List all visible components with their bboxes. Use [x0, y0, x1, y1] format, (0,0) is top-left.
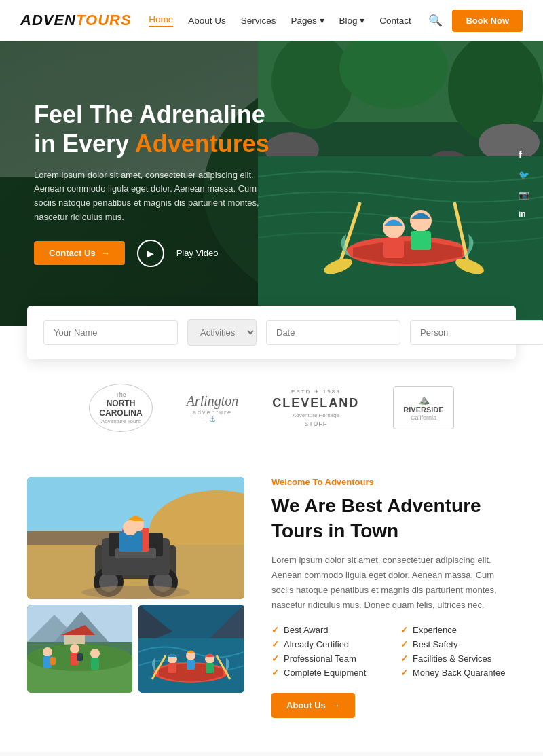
hero-content: Feel The Adrenaline in Every Adventures …	[0, 100, 312, 267]
features-list: ✓ Best Award ✓ Experience ✓ Already Cert…	[272, 625, 516, 678]
svg-rect-59	[187, 660, 195, 670]
svg-point-49	[90, 649, 100, 658]
contact-us-button[interactable]: Contact Us →	[34, 241, 125, 265]
play-video-button[interactable]: ▶	[137, 240, 164, 267]
arrow-icon: →	[101, 248, 110, 258]
about-us-button[interactable]: About Us →	[272, 693, 355, 718]
social-sidebar: f 🐦 📷 in	[519, 149, 529, 219]
cleveland-text: CLEVELAND	[272, 396, 359, 411]
navbar: ADVENTOURS Home About Us Services Pages …	[0, 0, 543, 41]
svg-rect-50	[91, 658, 99, 670]
feature-professional-team: ✓ Professional Team	[272, 653, 387, 664]
play-label: Play Video	[176, 248, 219, 258]
svg-rect-45	[50, 657, 56, 665]
partner-north-carolina: The NORTH CAROLINA Adventure Tours	[89, 384, 152, 432]
feature-experience: ✓ Experience	[400, 625, 516, 635]
cleveland-badge: ESTD ✈ 1989 CLEVELAND Adventure Heritage…	[272, 389, 359, 428]
about-content: Welcome To Adventours We Are Best Advent…	[272, 477, 516, 718]
search-icon[interactable]: 🔍	[428, 14, 443, 28]
activities-select[interactable]: Activities	[187, 319, 257, 346]
nav-services[interactable]: Services	[241, 16, 276, 26]
svg-point-34	[81, 586, 190, 599]
north-carolina-badge: The NORTH CAROLINA Adventure Tours	[89, 384, 152, 432]
hero-section: Feel The Adrenaline in Every Adventures …	[0, 41, 543, 326]
check-icon: ✓	[400, 668, 408, 678]
arlington-badge: Arlington adventure — ⚓ —	[187, 393, 239, 422]
instagram-icon[interactable]: 📷	[519, 190, 529, 200]
hero-actions: Contact Us → ▶ Play Video	[34, 240, 278, 267]
check-icon: ✓	[272, 653, 279, 664]
feature-equipment: ✓ Complete Equipment	[272, 668, 387, 678]
about-description: Lorem ipsum dolor sit amet, consectetuer…	[272, 553, 516, 613]
feature-best-safety: ✓ Best Safety	[400, 639, 516, 649]
about-images	[27, 477, 244, 693]
check-icon: ✓	[272, 625, 279, 635]
logo-part1: ADVEN	[20, 12, 76, 29]
search-bar: Activities Book Now	[27, 306, 516, 359]
about-title: We Are Best Adventure Tours in Town	[272, 494, 516, 543]
stats-section: 99% Service Guarantee 287+ Happy Custome…	[0, 752, 543, 756]
check-icon: ✓	[400, 625, 408, 635]
svg-rect-15	[383, 238, 404, 258]
partner-arlington: Arlington adventure — ⚓ —	[187, 393, 239, 422]
partner-riverside: ⛰️ RIVERSIDE California	[393, 386, 453, 429]
nav-home[interactable]: Home	[149, 14, 173, 27]
atv-image	[27, 477, 244, 599]
svg-rect-17	[411, 231, 431, 250]
nav-about[interactable]: About Us	[188, 16, 226, 26]
feature-certified: ✓ Already Certified	[272, 639, 387, 649]
feature-best-award: ✓ Best Award	[272, 625, 387, 635]
person-input[interactable]	[410, 320, 543, 345]
linkedin-icon[interactable]: in	[519, 209, 529, 219]
riverside-badge: ⛰️ RIVERSIDE California	[393, 386, 453, 429]
nav-blog[interactable]: Blog ▾	[339, 15, 365, 26]
feature-facilities: ✓ Facilities & Services	[400, 653, 516, 664]
name-input[interactable]	[43, 320, 178, 345]
play-icon: ▶	[147, 248, 154, 259]
arrow-icon: →	[331, 700, 340, 710]
brand-logo[interactable]: ADVENTOURS	[20, 12, 132, 29]
nav-icons: 🔍 Book Now	[428, 10, 523, 32]
partners-section: The NORTH CAROLINA Adventure Tours Arlin…	[0, 359, 543, 456]
feature-money-back: ✓ Money Back Quarantee	[400, 668, 516, 678]
twitter-icon[interactable]: 🐦	[519, 170, 529, 180]
hero-description: Lorem ipsum dolor sit amet, consectetuer…	[34, 168, 278, 225]
svg-rect-61	[206, 663, 214, 673]
svg-rect-48	[77, 653, 83, 661]
svg-point-6	[479, 124, 540, 162]
about-section: Welcome To Adventours We Are Best Advent…	[0, 456, 543, 752]
check-icon: ✓	[400, 653, 408, 664]
check-icon: ✓	[400, 639, 408, 649]
nav-contact[interactable]: Contact	[379, 16, 411, 26]
check-icon: ✓	[272, 668, 279, 678]
hero-title: Feel The Adrenaline in Every Adventures	[34, 100, 278, 158]
image-grid	[27, 477, 244, 693]
partner-cleveland: ESTD ✈ 1989 CLEVELAND Adventure Heritage…	[272, 389, 359, 428]
nav-book-button[interactable]: Book Now	[452, 10, 523, 32]
raft-image	[138, 605, 244, 693]
hike-image	[27, 605, 133, 693]
svg-point-43	[43, 647, 52, 657]
svg-rect-57	[168, 663, 176, 673]
date-input[interactable]	[266, 320, 400, 345]
logo-part2: TOURS	[76, 12, 132, 29]
facebook-icon[interactable]: f	[519, 149, 529, 160]
svg-point-46	[70, 644, 79, 653]
about-label: Welcome To Adventours	[272, 477, 516, 487]
nav-links: Home About Us Services Pages ▾ Blog ▾ Co…	[149, 14, 411, 27]
check-icon: ✓	[272, 639, 279, 649]
nav-pages[interactable]: Pages ▾	[291, 15, 324, 26]
svg-point-33	[123, 520, 138, 535]
